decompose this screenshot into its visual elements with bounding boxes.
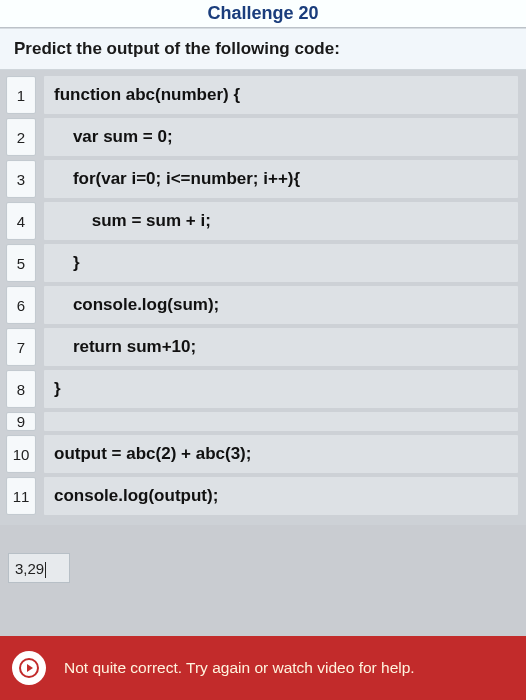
feedback-message: Not quite correct. Try again or watch vi… bbox=[64, 659, 415, 677]
line-number: 11 bbox=[6, 477, 36, 515]
code-text: } bbox=[44, 370, 518, 408]
code-row: 11console.log(output); bbox=[6, 477, 518, 515]
line-number: 7 bbox=[6, 328, 36, 366]
answer-input[interactable]: 3,29 bbox=[8, 553, 70, 583]
question-prompt: Predict the output of the following code… bbox=[0, 28, 526, 70]
watch-video-button[interactable] bbox=[12, 651, 46, 685]
line-number: 4 bbox=[6, 202, 36, 240]
code-text: return sum+10; bbox=[44, 328, 518, 366]
code-text: function abc(number) { bbox=[44, 76, 518, 114]
code-row: 9 bbox=[6, 412, 518, 431]
code-text bbox=[44, 412, 518, 431]
code-row: 6 console.log(sum); bbox=[6, 286, 518, 324]
code-row: 10output = abc(2) + abc(3); bbox=[6, 435, 518, 473]
line-number: 5 bbox=[6, 244, 36, 282]
answer-value: 3,29 bbox=[15, 560, 44, 577]
line-number: 10 bbox=[6, 435, 36, 473]
line-number: 1 bbox=[6, 76, 36, 114]
line-number: 2 bbox=[6, 118, 36, 156]
code-row: 3 for(var i=0; i<=number; i++){ bbox=[6, 160, 518, 198]
line-number: 9 bbox=[6, 412, 36, 431]
code-text: console.log(output); bbox=[44, 477, 518, 515]
feedback-bar: Not quite correct. Try again or watch vi… bbox=[0, 636, 526, 700]
code-row: 4 sum = sum + i; bbox=[6, 202, 518, 240]
code-row: 7 return sum+10; bbox=[6, 328, 518, 366]
code-text: console.log(sum); bbox=[44, 286, 518, 324]
code-row: 1function abc(number) { bbox=[6, 76, 518, 114]
code-text: for(var i=0; i<=number; i++){ bbox=[44, 160, 518, 198]
line-number: 8 bbox=[6, 370, 36, 408]
line-number: 6 bbox=[6, 286, 36, 324]
code-text: } bbox=[44, 244, 518, 282]
code-panel: 1function abc(number) {2 var sum = 0;3 f… bbox=[0, 70, 526, 525]
challenge-title: Challenge 20 bbox=[207, 3, 318, 24]
play-icon bbox=[19, 658, 39, 678]
code-row: 2 var sum = 0; bbox=[6, 118, 518, 156]
answer-area: 3,29 bbox=[0, 553, 526, 583]
code-text: var sum = 0; bbox=[44, 118, 518, 156]
code-text: sum = sum + i; bbox=[44, 202, 518, 240]
code-row: 5 } bbox=[6, 244, 518, 282]
code-text: output = abc(2) + abc(3); bbox=[44, 435, 518, 473]
code-row: 8} bbox=[6, 370, 518, 408]
svg-marker-1 bbox=[27, 664, 33, 672]
text-cursor bbox=[45, 562, 46, 578]
line-number: 3 bbox=[6, 160, 36, 198]
challenge-header: Challenge 20 bbox=[0, 0, 526, 28]
